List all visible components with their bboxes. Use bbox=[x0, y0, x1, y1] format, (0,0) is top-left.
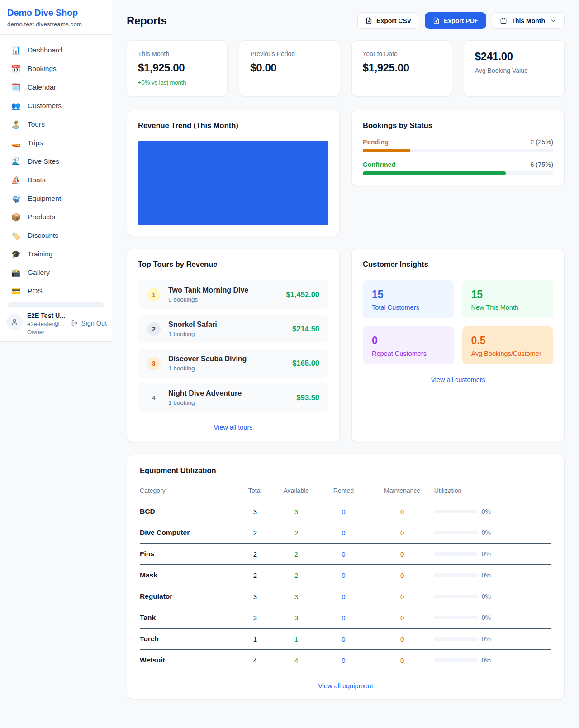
sign-out-label: Sign Out bbox=[81, 320, 107, 327]
period-dropdown[interactable]: This Month bbox=[492, 12, 565, 29]
stat-label: Avg Booking Value bbox=[475, 67, 553, 74]
discounts-icon: 🏷️ bbox=[11, 232, 21, 240]
export-pdf-button[interactable]: Export PDF bbox=[425, 12, 486, 29]
status-count: 6 (75%) bbox=[530, 161, 553, 168]
utilization-bar bbox=[434, 616, 477, 619]
tile-value: 15 bbox=[372, 288, 445, 301]
view-all-equipment-link[interactable]: View all equipment bbox=[140, 682, 551, 690]
sidebar-nav: 📊 Dashboard 📅 Bookings 🗓️ Calendar 👥 Cus… bbox=[0, 35, 112, 307]
cell-utilization: 0% bbox=[434, 522, 551, 544]
cell-maintenance: 0 bbox=[370, 607, 434, 629]
cell-available: 2 bbox=[275, 544, 317, 565]
view-all-customers-link[interactable]: View all customers bbox=[363, 376, 553, 383]
stat-card-year-to-date: Year to Date $1,925.00 bbox=[351, 40, 452, 97]
training-icon: 🎓 bbox=[11, 251, 21, 258]
cell-maintenance: 0 bbox=[370, 522, 434, 544]
cell-rented: 0 bbox=[317, 650, 370, 671]
status-row-pending: Pending 2 (25%) bbox=[363, 138, 553, 152]
table-row: Wetsuit 4 4 0 0 0% bbox=[140, 650, 551, 671]
customer-insights-title: Customer Insights bbox=[363, 260, 553, 269]
cell-total: 1 bbox=[234, 629, 275, 650]
sidebar-item-trips[interactable]: 🚤 Trips bbox=[5, 135, 106, 151]
sidebar-item-customers[interactable]: 👥 Customers bbox=[5, 98, 106, 113]
sidebar-item-training[interactable]: 🎓 Training bbox=[5, 246, 106, 262]
stat-label: Year to Date bbox=[363, 50, 441, 57]
sidebar-item-label: Boats bbox=[28, 176, 46, 184]
cell-maintenance: 0 bbox=[370, 629, 434, 650]
sidebar-header: Demo Dive Shop demo.test.divestreams.com bbox=[0, 0, 112, 35]
cell-total: 3 bbox=[234, 607, 275, 629]
sidebar-item-equipment[interactable]: 🤿 Equipment bbox=[5, 191, 106, 206]
sidebar-item-dive-sites[interactable]: 🌊 Dive Sites bbox=[5, 154, 106, 169]
bookings-icon: 📅 bbox=[11, 65, 21, 73]
tile-value: 0 bbox=[372, 335, 445, 347]
tour-revenue: $165.00 bbox=[292, 359, 319, 368]
sidebar-item-tours[interactable]: 🏝️ Tours bbox=[5, 117, 106, 132]
tile-label: New This Month bbox=[471, 304, 545, 311]
sign-out-button[interactable]: Sign Out bbox=[71, 319, 107, 327]
sidebar-item-discounts[interactable]: 🏷️ Discounts bbox=[5, 228, 106, 243]
utilization-bar bbox=[434, 658, 477, 662]
column-header: Available bbox=[275, 483, 317, 501]
sidebar-item-dashboard[interactable]: 📊 Dashboard bbox=[5, 43, 106, 58]
sidebar-item-calendar[interactable]: 🗓️ Calendar bbox=[5, 80, 106, 95]
utilization-pct: 0% bbox=[482, 550, 491, 558]
tour-bookings: 1 booking bbox=[168, 399, 289, 406]
cell-total: 4 bbox=[234, 650, 275, 671]
sidebar-item-label: Tours bbox=[28, 120, 45, 128]
tile-label: Total Customers bbox=[372, 304, 445, 311]
revenue-trend-card: Revenue Trend (This Month) bbox=[127, 110, 340, 236]
cell-utilization: 0% bbox=[434, 586, 551, 607]
shop-name: Demo Dive Shop bbox=[7, 8, 104, 18]
utilization-pct: 0% bbox=[482, 572, 491, 579]
products-icon: 📦 bbox=[11, 213, 21, 221]
cell-maintenance: 0 bbox=[370, 650, 434, 671]
cell-maintenance: 0 bbox=[370, 501, 434, 522]
utilization-pct: 0% bbox=[482, 529, 491, 536]
tile-label: Avg Bookings/Customer bbox=[471, 350, 545, 357]
utilization-bar bbox=[434, 531, 477, 534]
sign-out-icon bbox=[71, 319, 78, 327]
stat-value: $1,925.00 bbox=[363, 61, 441, 74]
revenue-trend-chart bbox=[138, 141, 328, 225]
table-row: Mask 2 2 0 0 0% bbox=[140, 565, 551, 586]
sidebar-item-pos[interactable]: 💳 POS bbox=[5, 284, 106, 299]
sidebar-item-bookings[interactable]: 📅 Bookings bbox=[5, 61, 106, 76]
utilization-bar bbox=[434, 595, 477, 598]
sidebar-item-products[interactable]: 📦 Products bbox=[5, 209, 106, 225]
sidebar: Demo Dive Shop demo.test.divestreams.com… bbox=[0, 0, 112, 342]
rank-badge: 2 bbox=[147, 322, 161, 336]
cell-maintenance: 0 bbox=[370, 544, 434, 565]
tile-repeat-customers: 0 Repeat Customers bbox=[363, 326, 454, 364]
sidebar-item-boats[interactable]: ⛵ Boats bbox=[5, 172, 106, 188]
sidebar-item-gallery[interactable]: 📸 Gallery bbox=[5, 265, 106, 280]
export-csv-button[interactable]: Export CSV bbox=[357, 12, 419, 29]
stats-row: This Month $1,925.00 +0% vs last month P… bbox=[127, 40, 565, 97]
tour-revenue: $214.50 bbox=[292, 325, 319, 333]
tour-row: 2 Snorkel Safari 1 booking $214.50 bbox=[138, 315, 328, 343]
view-all-tours-link[interactable]: View all tours bbox=[138, 424, 328, 431]
equipment-utilization-title: Equipment Utilization bbox=[140, 466, 551, 475]
tour-row: 4 Night Dive Adventure 1 booking $93.50 bbox=[138, 383, 328, 412]
stat-label: This Month bbox=[138, 50, 216, 57]
cell-available: 3 bbox=[275, 586, 317, 607]
utilization-bar bbox=[434, 552, 477, 556]
file-download-icon bbox=[433, 17, 440, 24]
cell-rented: 0 bbox=[317, 586, 370, 607]
progress-track bbox=[363, 171, 553, 175]
cell-available: 2 bbox=[275, 565, 317, 586]
table-row: Tank 3 3 0 0 0% bbox=[140, 607, 551, 629]
customer-insights-card: Customer Insights 15 Total Customers 15 … bbox=[351, 249, 565, 442]
progress-fill bbox=[363, 171, 506, 175]
sidebar-item-label: Dive Sites bbox=[28, 157, 59, 165]
bookings-by-status-card: Bookings by Status Pending 2 (25%) Confi… bbox=[351, 110, 565, 186]
shop-domain: demo.test.divestreams.com bbox=[7, 21, 104, 28]
sidebar-item-reports-partial[interactable] bbox=[8, 302, 104, 307]
sidebar-item-label: Bookings bbox=[28, 65, 57, 73]
tile-value: 15 bbox=[471, 288, 545, 301]
cell-available: 3 bbox=[275, 607, 317, 629]
cell-rented: 0 bbox=[317, 629, 370, 650]
header-actions: Export CSV Export PDF This Month bbox=[357, 12, 565, 29]
stat-value: $0.00 bbox=[250, 61, 328, 74]
table-row: Torch 1 1 0 0 0% bbox=[140, 629, 551, 650]
